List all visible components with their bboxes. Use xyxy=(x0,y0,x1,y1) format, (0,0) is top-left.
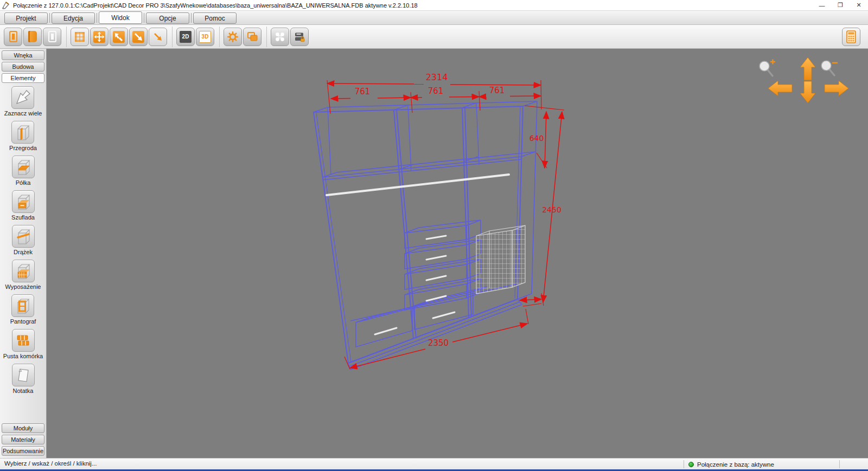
wardrobe-panel-button[interactable] xyxy=(4,28,22,46)
partition-icon xyxy=(12,122,33,143)
sidebar-tab-podsumowanie[interactable]: Podsumowanie xyxy=(2,446,44,456)
dim-section-3: 761 xyxy=(489,86,505,95)
fit-view-icon xyxy=(93,31,105,43)
menu-tab-row: Projekt Edycja Widok Opcje Pomoc xyxy=(0,11,868,25)
main-area: Wnęka Budowa Elementy Zaznacz wiele Prze… xyxy=(0,49,868,458)
select-many-icon xyxy=(12,87,33,108)
rod-icon xyxy=(13,226,34,247)
toolbar-separator xyxy=(266,27,267,47)
dim-bottom-width: 2350 xyxy=(428,338,449,348)
dim-total-width: 2314 xyxy=(426,72,448,82)
drawing-canvas[interactable]: 2314 761 761 761 640 2450 2350 xyxy=(47,49,868,458)
grid-view-button[interactable] xyxy=(71,28,89,46)
drawer-icon xyxy=(13,191,34,212)
dim-top-height: 640 xyxy=(529,134,544,143)
tab-separator xyxy=(49,13,50,23)
save-database-button[interactable] xyxy=(290,28,309,46)
connection-ok-icon xyxy=(688,462,694,467)
status-bar: Wybierz / wskaż / określ / kliknij... Po… xyxy=(0,458,868,469)
pan-down-icon[interactable] xyxy=(800,81,815,103)
toolbar: 2D 3D xyxy=(0,25,868,49)
connection-status: Połączenie z bazą: aktywne xyxy=(679,459,844,470)
zoom-out-icon[interactable] xyxy=(821,61,838,75)
shelf-icon xyxy=(13,157,34,177)
note-icon xyxy=(13,365,34,385)
view-3d-icon: 3D xyxy=(199,31,211,43)
wardrobe-wireframe-view: 2314 761 761 761 640 2450 2350 xyxy=(47,49,868,458)
app-logo-icon xyxy=(2,1,10,10)
sidebar-tab-elementy[interactable]: Elementy xyxy=(2,73,44,83)
tool-pusta-komorka[interactable]: Pusta komórka xyxy=(3,329,43,364)
tab-pomoc[interactable]: Pomoc xyxy=(193,12,237,24)
dimension-labels: 2314 761 761 761 640 2450 2350 xyxy=(355,72,561,348)
sidebar-tab-wneka[interactable]: Wnęka xyxy=(2,50,44,60)
equipment-icon xyxy=(13,261,34,281)
restore-button[interactable]: ❐ xyxy=(831,0,850,11)
zoom-window-icon xyxy=(132,31,144,43)
fit-view-button[interactable] xyxy=(90,28,108,46)
view-3d-button[interactable]: 3D xyxy=(196,28,214,46)
dim-section-2: 761 xyxy=(428,86,444,96)
close-button[interactable]: ✕ xyxy=(850,0,868,11)
pan-right-icon[interactable] xyxy=(825,81,848,96)
status-hint: Wybierz / wskaż / określ / kliknij... xyxy=(4,460,97,467)
layers-button[interactable] xyxy=(243,28,261,46)
sidebar-tab-moduly[interactable]: Moduły xyxy=(2,423,44,433)
edit-selection-button[interactable] xyxy=(110,28,128,46)
toolbar-separator xyxy=(219,27,220,47)
pan-up-icon[interactable] xyxy=(800,57,815,80)
tool-szuflada[interactable]: Szuflada xyxy=(11,190,35,225)
pantograph-icon xyxy=(12,295,33,316)
sidebar-tab-materialy[interactable]: Materiały xyxy=(2,435,44,444)
minimize-button[interactable]: — xyxy=(813,0,831,11)
empty-cell-icon xyxy=(13,330,34,351)
grid-view-icon xyxy=(75,32,85,42)
dim-section-1: 761 xyxy=(355,87,371,96)
tool-drazek[interactable]: Drążek xyxy=(12,225,35,260)
zoom-window-button[interactable] xyxy=(129,28,148,46)
dim-total-height: 2450 xyxy=(542,205,561,214)
save-database-lock-icon xyxy=(293,31,305,43)
zoom-in-icon[interactable] xyxy=(760,60,775,76)
connection-status-text: Połączenie z bazą: aktywne xyxy=(697,461,774,468)
tool-zaznacz-wiele[interactable]: Zaznacz wiele xyxy=(4,86,42,121)
calculator-button[interactable] xyxy=(842,28,860,46)
sidebar-tools: Zaznacz wiele Przegroda xyxy=(0,86,46,398)
tool-przegroda[interactable]: Przegroda xyxy=(9,121,37,156)
tool-wyposazenie[interactable]: Wyposażenie xyxy=(5,260,41,294)
layers-icon xyxy=(246,31,258,43)
zoom-extents-button[interactable] xyxy=(149,28,167,46)
tab-separator xyxy=(144,13,144,23)
status-separator xyxy=(839,460,840,468)
toolbar-separator xyxy=(172,27,173,47)
tab-projekt[interactable]: Projekt xyxy=(4,12,48,24)
window-controls: — ❐ ✕ xyxy=(813,0,868,11)
zoom-extents-icon xyxy=(152,31,163,42)
tab-edycja[interactable]: Edycja xyxy=(52,12,95,24)
tool-pantograf[interactable]: Pantograf xyxy=(10,294,36,329)
nav-widget xyxy=(768,57,848,103)
wardrobe-solid-button[interactable] xyxy=(23,28,42,46)
settings-gear-icon xyxy=(227,31,239,43)
view-2d-button[interactable]: 2D xyxy=(176,28,195,46)
tab-widok[interactable]: Widok xyxy=(99,11,142,24)
center-view-button[interactable] xyxy=(271,28,289,46)
settings-button[interactable] xyxy=(224,28,242,46)
sidebar-tab-budowa[interactable]: Budowa xyxy=(2,62,44,72)
calculator-icon xyxy=(846,30,857,43)
sidebar-bottom-tabs: Moduły Materiały Podsumowanie xyxy=(0,422,46,458)
wardrobe-solid-icon xyxy=(28,31,37,42)
view-2d-icon: 2D xyxy=(180,31,192,43)
center-view-icon xyxy=(274,31,286,43)
tab-separator xyxy=(191,13,192,23)
edit-selection-icon xyxy=(113,31,125,43)
toolbar-separator xyxy=(66,27,67,47)
tab-opcje[interactable]: Opcje xyxy=(146,12,189,24)
tool-notatka[interactable]: Notatka xyxy=(12,364,35,398)
tool-polka[interactable]: Półka xyxy=(12,156,35,190)
pan-left-icon[interactable] xyxy=(768,81,792,96)
window-title: Połączenie z 127.0.0.1:C:\CadProjekt\CAD… xyxy=(13,2,418,9)
wardrobe-panel-icon xyxy=(9,31,17,42)
wardrobe-outline-button[interactable] xyxy=(43,28,61,46)
status-separator xyxy=(684,460,684,468)
